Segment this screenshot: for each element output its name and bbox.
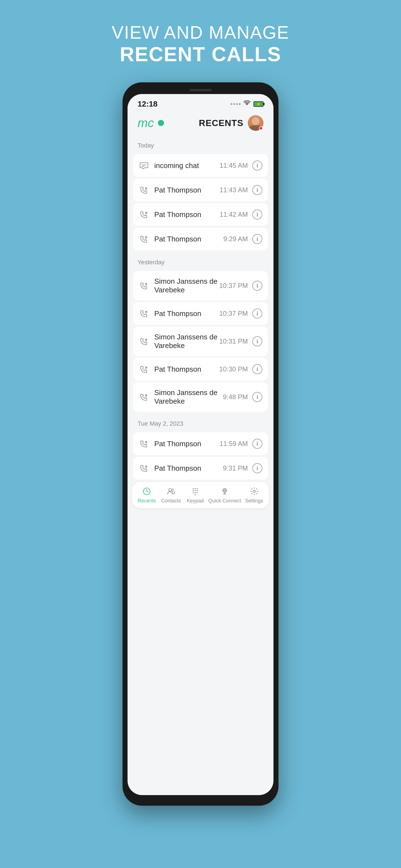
info-button[interactable]: i [252, 336, 262, 346]
call-type-icon [139, 234, 149, 244]
call-item-left: Pat Thompson [139, 209, 220, 220]
online-status-dot [158, 120, 164, 126]
call-item[interactable]: Pat Thompson 10:37 PM i [133, 302, 268, 325]
hero-section: VIEW AND MANAGE RECENT CALLS [112, 22, 289, 66]
call-item[interactable]: Pat Thompson 11:43 AM i [133, 179, 268, 202]
call-item-right: 10:30 PM i [219, 364, 262, 374]
call-item-right: 10:31 PM i [219, 336, 262, 346]
call-item-left: Pat Thompson [139, 308, 219, 319]
call-item[interactable]: Pat Thompson 11:59 AM i [133, 432, 268, 455]
call-time: 9:29 AM [223, 235, 248, 243]
call-item-right: 9:31 PM i [223, 463, 262, 473]
app-logo: mc [138, 117, 154, 129]
call-name: incoming chat [154, 161, 199, 170]
settings-icon [249, 486, 259, 496]
call-name: Pat Thompson [154, 186, 201, 194]
call-item-right: 9:48 PM i [223, 392, 262, 402]
call-item-right: 9:29 AM i [223, 234, 262, 244]
signal-dots-icon [231, 103, 240, 105]
call-type-icon [139, 280, 149, 291]
call-item-left: Simon Janssens de Varebeke [139, 277, 219, 294]
app-header: mc RECENTS [127, 111, 274, 135]
section-header-2: Tue May 2, 2023 [133, 413, 268, 431]
info-button[interactable]: i [252, 309, 262, 318]
nav-item-settings[interactable]: Settings [243, 486, 265, 504]
info-button[interactable]: i [252, 160, 262, 170]
call-item[interactable]: Pat Thompson 10:30 PM i [133, 358, 268, 380]
battery-icon: ⚡ [253, 101, 263, 107]
info-button[interactable]: i [252, 463, 262, 473]
svg-point-15 [195, 488, 196, 489]
info-button[interactable]: i [252, 364, 262, 374]
avatar[interactable] [248, 115, 263, 131]
contacts-icon [166, 486, 176, 496]
call-time: 10:31 PM [219, 338, 248, 345]
call-name: Pat Thompson [154, 440, 201, 448]
call-item[interactable]: Pat Thompson 11:42 AM i [133, 203, 268, 226]
nav-label-keypad: Keypad [187, 498, 204, 504]
svg-point-19 [197, 490, 198, 491]
nav-item-recents[interactable]: Recents [136, 486, 158, 504]
call-item-right: 11:43 AM i [220, 185, 262, 195]
call-item-right: 10:37 PM i [219, 281, 262, 291]
info-button[interactable]: i [252, 281, 262, 291]
call-time: 11:59 AM [220, 440, 248, 447]
call-type-icon [139, 185, 149, 195]
call-name: Simon Janssens de Varebeke [154, 277, 219, 294]
call-type-icon [139, 308, 149, 319]
svg-point-23 [195, 494, 196, 495]
call-item[interactable]: Simon Janssens de Varebeke 10:31 PM i [133, 327, 268, 356]
call-item-left: Pat Thompson [139, 185, 220, 195]
call-name: Pat Thompson [154, 210, 201, 219]
hero-line2: RECENT CALLS [112, 43, 289, 66]
svg-point-25 [224, 490, 226, 491]
call-item[interactable]: incoming chat 11:45 AM i [133, 154, 268, 177]
call-name: Pat Thompson [154, 235, 201, 243]
call-item[interactable]: Pat Thompson 9:29 AM i [133, 227, 268, 250]
info-button[interactable]: i [252, 392, 262, 402]
info-button[interactable]: i [252, 234, 262, 244]
call-item-right: 11:42 AM i [220, 210, 262, 219]
call-name: Simon Janssens de Varebeke [154, 389, 223, 406]
svg-point-21 [195, 492, 196, 493]
info-button[interactable]: i [252, 210, 262, 219]
call-item[interactable]: Simon Janssens de Varebeke 9:48 PM i [133, 382, 268, 412]
quick-connect-icon [220, 486, 230, 496]
nav-label-recents: Recents [138, 498, 156, 504]
call-item[interactable]: Pat Thompson 9:31 PM i [133, 457, 268, 479]
nav-label-contacts: Contacts [161, 498, 181, 504]
svg-point-16 [197, 488, 198, 489]
call-item-left: Pat Thompson [139, 463, 223, 473]
call-time: 9:48 PM [223, 393, 248, 401]
nav-item-quick-connect[interactable]: Quick Connect [208, 486, 241, 504]
svg-point-20 [193, 492, 194, 493]
call-type-icon [139, 463, 149, 473]
call-item-left: Pat Thompson [139, 364, 219, 374]
call-item-left: Pat Thompson [139, 438, 220, 449]
recents-icon [142, 486, 152, 496]
info-button[interactable]: i [252, 439, 262, 449]
svg-point-22 [197, 492, 198, 493]
call-item-right: 10:37 PM i [219, 309, 262, 318]
call-time: 11:43 AM [220, 186, 248, 194]
avatar-head [252, 117, 260, 125]
svg-point-17 [193, 490, 194, 491]
wifi-icon [244, 100, 251, 108]
phone-notch [127, 87, 274, 93]
info-button[interactable]: i [252, 185, 262, 195]
call-item-right: 11:59 AM i [220, 439, 262, 449]
call-item-right: 11:45 AM i [220, 160, 262, 170]
bottom-nav: Recents Contacts [132, 482, 269, 508]
nav-item-keypad[interactable]: Keypad [184, 486, 206, 504]
svg-point-13 [169, 489, 172, 491]
call-item[interactable]: Simon Janssens de Varebeke 10:37 PM i [133, 271, 268, 301]
svg-point-26 [253, 490, 255, 492]
notch-pill [189, 89, 212, 91]
battery-bolt: ⚡ [256, 102, 261, 106]
status-time: 12:18 [138, 100, 157, 108]
nav-item-contacts[interactable]: Contacts [160, 486, 182, 504]
logo-area: mc [138, 117, 164, 129]
header-right: RECENTS [199, 115, 263, 131]
svg-point-14 [193, 488, 194, 489]
call-type-icon [139, 392, 149, 402]
